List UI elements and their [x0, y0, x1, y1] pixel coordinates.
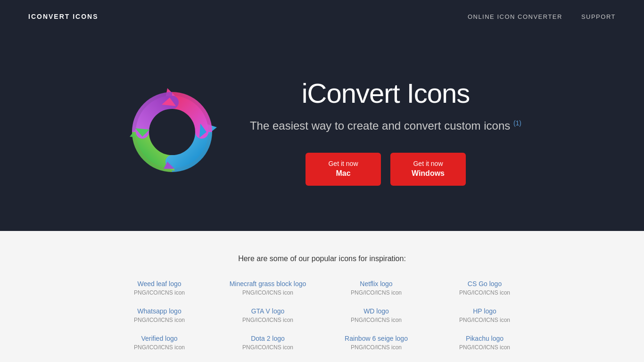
icon-item[interactable]: Weed leaf logo PNG/ICO/ICNS icon [110, 280, 209, 296]
icon-item[interactable]: Netflix logo PNG/ICO/ICNS icon [327, 280, 426, 296]
icon-type: PNG/ICO/ICNS icon [110, 317, 209, 323]
icon-item[interactable]: Pikachu logo PNG/ICO/ICNS icon [435, 335, 534, 351]
hero-footnote: (1) [513, 119, 521, 127]
win-btn-platform: Windows [407, 168, 449, 179]
icon-name: Weed leaf logo [110, 280, 209, 288]
navbar: ICONVERT ICONS ONLINE ICON CONVERTER SUP… [0, 0, 644, 33]
icon-item[interactable]: Minecraft grass block logo PNG/ICO/ICNS … [218, 280, 317, 296]
popular-icons-section: Here are some of our popular icons for i… [0, 231, 644, 362]
icon-item[interactable]: HP logo PNG/ICO/ICNS icon [435, 307, 534, 323]
icon-type: PNG/ICO/ICNS icon [435, 289, 534, 296]
icon-type: PNG/ICO/ICNS icon [327, 344, 426, 351]
icon-type: PNG/ICO/ICNS icon [218, 344, 317, 351]
popular-title: Here are some of our popular icons for i… [38, 255, 606, 263]
icon-type: PNG/ICO/ICNS icon [435, 317, 534, 323]
icon-name: Verified logo [110, 335, 209, 342]
nav-logo[interactable]: ICONVERT ICONS [28, 13, 99, 20]
mac-btn-platform: Mac [322, 168, 364, 179]
hero-content: iConvert Icons The easiest way to create… [250, 78, 521, 185]
download-buttons: Get it now Mac Get it now Windows [250, 153, 521, 186]
icon-type: PNG/ICO/ICNS icon [435, 344, 534, 351]
icon-name: Pikachu logo [435, 335, 534, 342]
win-btn-line1: Get it now [407, 159, 449, 169]
icon-name: Whatsapp logo [110, 307, 209, 315]
icon-name: WD logo [327, 307, 426, 315]
icon-type: PNG/ICO/ICNS icon [327, 317, 426, 323]
icon-name: Minecraft grass block logo [218, 280, 317, 288]
icon-item[interactable]: Verified logo PNG/ICO/ICNS icon [110, 335, 209, 351]
icon-type: PNG/ICO/ICNS icon [110, 344, 209, 351]
download-mac-button[interactable]: Get it now Mac [305, 153, 381, 186]
hero-title: iConvert Icons [250, 78, 521, 108]
hero-logo [123, 82, 222, 181]
hero-subtitle: The easiest way to create and convert cu… [250, 118, 521, 134]
icon-item[interactable]: WD logo PNG/ICO/ICNS icon [327, 307, 426, 323]
icon-type: PNG/ICO/ICNS icon [218, 289, 317, 296]
mac-btn-line1: Get it now [322, 159, 364, 169]
nav-support[interactable]: SUPPORT [581, 13, 616, 20]
icon-name: Rainbow 6 seige logo [327, 335, 426, 342]
icon-item[interactable]: Dota 2 logo PNG/ICO/ICNS icon [218, 335, 317, 351]
icon-name: Netflix logo [327, 280, 426, 288]
icon-type: PNG/ICO/ICNS icon [110, 289, 209, 296]
nav-online-converter[interactable]: ONLINE ICON CONVERTER [468, 13, 562, 20]
icon-grid: Weed leaf logo PNG/ICO/ICNS icon Minecra… [110, 280, 534, 351]
icon-type: PNG/ICO/ICNS icon [218, 317, 317, 323]
icon-name: Dota 2 logo [218, 335, 317, 342]
icon-item[interactable]: Rainbow 6 seige logo PNG/ICO/ICNS icon [327, 335, 426, 351]
icon-name: HP logo [435, 307, 534, 315]
nav-links: ONLINE ICON CONVERTER SUPPORT [468, 13, 616, 20]
icon-name: GTA V logo [218, 307, 317, 315]
icon-type: PNG/ICO/ICNS icon [327, 289, 426, 296]
download-windows-button[interactable]: Get it now Windows [390, 153, 466, 186]
hero-section: iConvert Icons The easiest way to create… [0, 33, 644, 231]
icon-item[interactable]: Whatsapp logo PNG/ICO/ICNS icon [110, 307, 209, 323]
icon-name: CS Go logo [435, 280, 534, 288]
icon-item[interactable]: GTA V logo PNG/ICO/ICNS icon [218, 307, 317, 323]
icon-item[interactable]: CS Go logo PNG/ICO/ICNS icon [435, 280, 534, 296]
